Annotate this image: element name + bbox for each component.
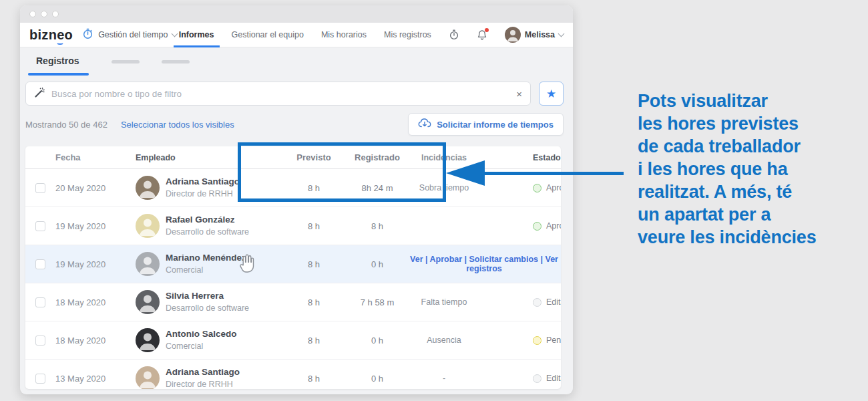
tab-placeholder[interactable] [112,60,140,63]
cell-previsto: 8 h [280,297,347,307]
window-zoom-button[interactable] [52,11,59,17]
employee-name: Antonio Salcedo [166,328,237,340]
logo-arc-accent [56,40,64,45]
window-minimize-button[interactable] [41,11,47,17]
status-dot [533,222,541,231]
cell-incidencias: - [407,374,481,383]
nav-item-gestionar-equipo[interactable]: Gestionar el equipo [232,30,304,39]
status-dot [533,336,541,345]
column-header-previsto: Previsto [280,152,347,162]
employee-avatar [136,252,160,276]
status-label: Aprobado [546,183,561,192]
row-checkbox[interactable] [35,259,45,269]
cell-previsto: 8 h [280,183,347,193]
status-dot [533,184,541,192]
status-label: Pendiente [546,336,561,345]
cloud-download-icon [418,118,431,131]
annotation-line: realitzat. A més, té [638,180,838,203]
employee-name: Adriana Santiago [166,176,240,188]
cell-date: 13 May 2020 [55,374,136,384]
nav-item-informes[interactable]: Informes [179,30,214,39]
employee-name: Rafael González [166,214,249,226]
status-label: Editable [546,297,561,307]
notification-badge [485,28,489,32]
search-input[interactable] [51,89,510,99]
window-titlebar [20,5,573,23]
cell-incidencias: Falta tiempo [407,297,481,307]
annotation-arrow-head [446,160,485,186]
table-row-highlighted[interactable]: 19 May 2020 Mariano Menéndez Comercial 8… [25,245,561,283]
window-close-button[interactable] [29,11,36,17]
results-toolbar: Mostrando 50 de 462 Seleccionar todos lo… [25,111,564,138]
cell-registrado: 0 h [347,336,407,346]
employee-avatar [136,176,160,200]
status-label: Aprobado [546,221,561,231]
select-all-link[interactable]: Seleccionar todos los visibles [121,120,234,130]
cell-previsto: 8 h [280,336,347,346]
row-checkbox[interactable] [35,336,45,346]
desktop-background: bizneo Gestión del tiempo Informes Ge [0,0,868,401]
row-checkbox[interactable] [35,297,45,307]
logo-text: bizneo [29,27,73,42]
nav-item-mis-horarios[interactable]: Mis horarios [321,30,367,39]
clear-search-icon[interactable]: × [516,89,522,99]
hand-cursor-icon [239,253,257,276]
notifications-bell-icon[interactable] [477,29,487,41]
status-label: Editable [546,374,561,383]
column-header-registrado: Registrado [347,152,407,162]
product-label: Gestión del tiempo [98,30,168,39]
employee-avatar [136,214,160,238]
results-count: Mostrando 50 de 462 [25,120,107,130]
request-report-label: Solicitar informe de tiempos [437,120,554,130]
cell-registrado: 8h 24 m [347,183,407,193]
favorite-filter-button[interactable]: ★ [539,82,564,106]
employee-avatar [136,328,160,352]
cell-registrado: 7 h 58 m [347,297,407,307]
nav-item-mis-registros[interactable]: Mis registros [384,30,431,39]
clock-icon[interactable] [449,29,459,40]
cell-date: 18 May 2020 [55,336,136,346]
browser-window: bizneo Gestión del tiempo Informes Ge [20,5,573,394]
annotation-line: i les hores que ha [638,158,838,180]
row-checkbox[interactable] [35,374,45,384]
status-dot [533,374,541,383]
table-row[interactable]: 18 May 2020 Antonio Salcedo Comercial 8 … [25,321,561,360]
cell-registrado: 8 h [347,221,407,231]
table-row[interactable]: 18 May 2020 Silvia Herrera Desarrollo de… [25,283,561,321]
table-row[interactable]: 19 May 2020 Rafael González Desarrollo d… [25,207,561,245]
row-action-links[interactable]: Ver | Aprobar | Solicitar cambios | Ver … [407,255,561,273]
cell-date: 19 May 2020 [55,259,136,269]
employee-avatar [136,366,160,389]
column-header-empleado: Empleado [136,153,280,162]
employee-role: Comercial [166,341,237,352]
chevron-down-icon [558,31,565,37]
tab-placeholder[interactable] [162,60,190,63]
employee-role: Comercial [166,265,246,276]
cell-registrado: 0 h [347,374,407,384]
product-switcher[interactable]: Gestión del tiempo [82,28,177,42]
cell-previsto: 8 h [280,374,347,384]
annotation-line: de cada treballador [638,135,838,158]
annotation-arrow-line [478,172,624,175]
row-checkbox[interactable] [35,183,45,193]
annotation-line: les hores previstes [638,112,838,135]
user-avatar [505,27,521,43]
chevron-down-icon [172,31,178,37]
cell-date: 20 May 2020 [55,183,136,193]
main-nav: Informes Gestionar el equipo Mis horario… [179,27,564,43]
stopwatch-icon [82,28,93,42]
employee-role: Director de RRHH [166,379,240,389]
table-row[interactable]: 13 May 2020 Adriana Santiago Director de… [25,360,561,389]
cell-date: 19 May 2020 [55,221,136,231]
tab-bar: Registros [20,47,573,76]
star-icon: ★ [546,87,556,101]
tab-registros[interactable]: Registros [36,55,79,68]
request-report-button[interactable]: Solicitar informe de tiempos [408,113,564,136]
cell-registrado: 0 h [347,259,407,269]
row-checkbox[interactable] [35,221,45,231]
filter-bar: × ★ [25,82,564,106]
column-header-fecha: Fecha [55,152,136,162]
cell-previsto: 8 h [280,259,347,269]
bizneo-logo[interactable]: bizneo [29,27,73,43]
user-menu[interactable]: Melissa [505,27,564,43]
